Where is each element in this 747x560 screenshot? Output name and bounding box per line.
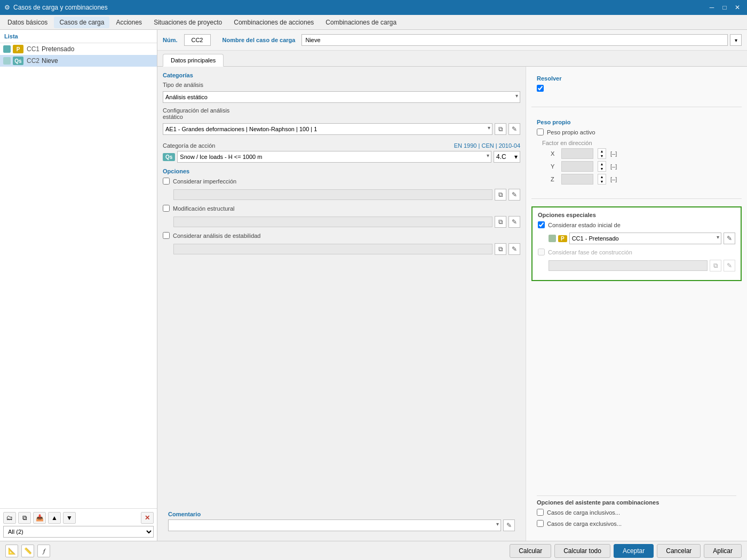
- copy-icon-est: ⧉: [498, 245, 503, 253]
- factor-x-spin-up[interactable]: ▲: [598, 149, 606, 154]
- factor-x-spin: ▲ ▼: [598, 148, 606, 159]
- imperfeccion-label: Considerar imperfección: [173, 178, 236, 185]
- config-analisis-select[interactable]: AE1 - Grandes deformaciones | Newton-Rap…: [163, 123, 492, 135]
- fase-copy-btn[interactable]: ⧉: [710, 260, 721, 271]
- factor-x-spin-down[interactable]: ▼: [598, 154, 606, 158]
- list-item-selected[interactable]: Qs CC2 Nieve: [0, 55, 157, 67]
- comentario-combo-wrapper: [168, 519, 501, 531]
- nombre-dropdown-button[interactable]: ▾: [730, 34, 742, 46]
- factor-y-input[interactable]: [561, 161, 593, 172]
- factor-x-input[interactable]: [561, 148, 593, 159]
- cc-num-2: CC2: [27, 57, 39, 65]
- cc1-edit-btn[interactable]: ✎: [724, 233, 735, 244]
- filter-select[interactable]: All (2): [3, 526, 154, 538]
- edit-icon-com: ✎: [506, 522, 512, 529]
- peso-activo-row: Peso propio activo: [537, 129, 736, 135]
- copy-item-button[interactable]: ⧉: [18, 512, 31, 524]
- tabs-row: Datos principales: [157, 51, 747, 67]
- bottom-bar: 📐 📏 𝑓 Calcular Calcular todo Aceptar Can…: [0, 541, 747, 560]
- menu-combinaciones-acciones[interactable]: Combinaciones de acciones: [228, 17, 319, 28]
- cancelar-button[interactable]: Cancelar: [657, 544, 701, 558]
- cat-accion-combo-wrapper: Snow / Ice loads - H <= 1000 m: [177, 151, 491, 163]
- imperfeccion-edit-btn[interactable]: ✎: [508, 189, 520, 201]
- move-up-button[interactable]: ▲: [48, 512, 61, 524]
- estado-inicial-row: Considerar estado inicial de: [538, 221, 735, 228]
- factor-z-bracket: [–]: [610, 176, 617, 182]
- nombre-input[interactable]: [301, 34, 728, 46]
- modificacion-copy-btn[interactable]: ⧉: [495, 216, 506, 228]
- fase-edit-btn[interactable]: ✎: [724, 260, 735, 271]
- resolver-checkbox[interactable]: [537, 85, 544, 92]
- left-panel-bottom: 🗂 ⧉ 📥 ▲ ▼ ✕: [0, 508, 157, 541]
- bottom-left: 📐 📏 𝑓: [5, 545, 50, 557]
- peso-activo-checkbox[interactable]: [537, 129, 544, 135]
- opciones-especiales-section: Opciones especiales Considerar estado in…: [531, 206, 742, 281]
- aceptar-button[interactable]: Aceptar: [614, 544, 654, 558]
- modificacion-edit-btn[interactable]: ✎: [508, 216, 520, 228]
- bottom-icon-2[interactable]: 📏: [21, 545, 34, 557]
- factor-z-input[interactable]: [561, 174, 593, 185]
- cat-code-arrow: ▾: [514, 153, 518, 161]
- bottom-icon-3[interactable]: 𝑓: [37, 545, 50, 557]
- edit-icon-cc1: ✎: [727, 235, 732, 242]
- menu-datos-basicos[interactable]: Datos básicos: [2, 17, 53, 28]
- calcular-button[interactable]: Calcular: [510, 544, 551, 558]
- list-item[interactable]: P CC1 Pretensado: [0, 43, 157, 55]
- config-edit-button[interactable]: ✎: [508, 123, 520, 135]
- aplicar-button[interactable]: Aplicar: [704, 544, 742, 558]
- calcular-todo-button[interactable]: Calcular todo: [554, 544, 610, 558]
- tab-datos-principales[interactable]: Datos principales: [163, 54, 224, 67]
- opciones-title: Opciones: [163, 168, 520, 174]
- color-swatch-1: [3, 45, 11, 53]
- cc1-select[interactable]: CC1 - Pretensado: [569, 233, 721, 244]
- estado-inicial-checkbox[interactable]: [538, 221, 545, 228]
- delete-button[interactable]: ✕: [141, 512, 154, 524]
- cc-num-1: CC1: [27, 45, 39, 53]
- factor-y-spin-down[interactable]: ▼: [598, 166, 606, 171]
- estabilidad-edit-btn[interactable]: ✎: [508, 243, 520, 255]
- fase-construccion-input-row: ⧉ ✎: [549, 260, 735, 271]
- comentario-select[interactable]: [168, 519, 501, 531]
- ruler-icon: 📐: [8, 547, 16, 555]
- tipo-analisis-row: Tipo de análisis: [163, 82, 520, 88]
- estabilidad-checkbox[interactable]: [163, 232, 170, 239]
- modificacion-label: Modificación estructural: [173, 205, 235, 212]
- factor-y-spin-up[interactable]: ▲: [598, 162, 606, 166]
- factor-y-row: Y ▲ ▼ [–]: [551, 161, 736, 172]
- add-item-button[interactable]: 🗂: [3, 512, 16, 524]
- divider-2: [531, 198, 742, 199]
- fase-construccion-section: Considerar fase de construcción ⧉ ✎: [538, 249, 735, 271]
- bottom-icon-1[interactable]: 📐: [5, 545, 18, 557]
- minimize-button[interactable]: ─: [706, 2, 717, 13]
- cat-accion-select[interactable]: Snow / Ice loads - H <= 1000 m: [177, 151, 491, 163]
- casos-exclusivos-checkbox[interactable]: [537, 520, 544, 527]
- fase-construccion-checkbox[interactable]: [538, 249, 545, 255]
- estabilidad-copy-btn[interactable]: ⧉: [495, 243, 506, 255]
- filter-row: All (2): [3, 526, 154, 538]
- config-copy-button[interactable]: ⧉: [495, 123, 506, 135]
- cat-accion-header-row: Categoría de acción EN 1990 | CEN | 2010…: [163, 142, 520, 149]
- factor-z-spin-down[interactable]: ▼: [598, 179, 606, 184]
- edit-icon-mod: ✎: [512, 218, 517, 226]
- menu-casos-de-carga[interactable]: Casos de carga: [54, 17, 109, 28]
- menu-situaciones-proyecto[interactable]: Situaciones de proyecto: [148, 17, 227, 28]
- move-down-button[interactable]: ▼: [63, 512, 76, 524]
- comentario-edit-btn[interactable]: ✎: [503, 519, 515, 531]
- left-panel: Lista P CC1 Pretensado Qs CC2 Nieve 🗂 ⧉: [0, 30, 157, 541]
- imperfeccion-checkbox[interactable]: [163, 178, 170, 185]
- import-button[interactable]: 📥: [33, 512, 46, 524]
- move-up-icon: ▲: [51, 514, 58, 522]
- maximize-button[interactable]: □: [719, 2, 730, 13]
- factor-direccion-label: Factor en dirección: [542, 140, 736, 146]
- factor-x-bracket: [–]: [610, 150, 617, 157]
- add-icon: 🗂: [6, 514, 13, 522]
- tipo-analisis-select[interactable]: Análisis estático: [163, 91, 520, 103]
- modificacion-input: [173, 217, 492, 227]
- imperfeccion-copy-btn[interactable]: ⧉: [495, 189, 506, 201]
- close-button[interactable]: ✕: [732, 2, 743, 13]
- casos-inclusivos-checkbox[interactable]: [537, 509, 544, 516]
- modificacion-checkbox[interactable]: [163, 205, 170, 212]
- factor-z-spin-up[interactable]: ▲: [598, 174, 606, 179]
- menu-combinaciones-carga[interactable]: Combinaciones de carga: [320, 17, 402, 28]
- menu-acciones[interactable]: Acciones: [110, 17, 147, 28]
